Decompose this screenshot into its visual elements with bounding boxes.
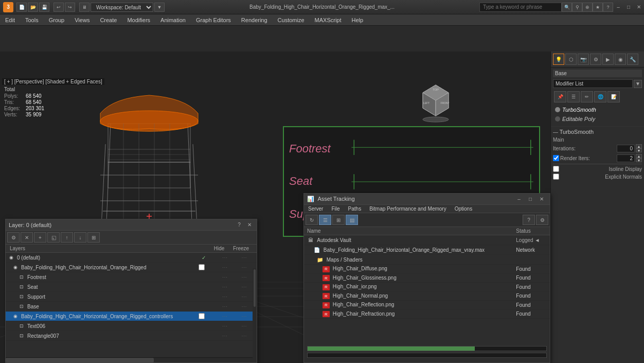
- asset-row-main-file[interactable]: 📄 Baby_Folding_High_Chair_Horizontal_Ora…: [304, 245, 550, 255]
- show-basic-btn[interactable]: ☰: [567, 91, 580, 102]
- pin-modifier-btn[interactable]: 📌: [554, 91, 566, 102]
- configure-btn[interactable]: ✏: [581, 91, 593, 102]
- layer-row-seat[interactable]: ⊡ Seat ··· ···: [6, 282, 257, 292]
- layers-move-up-btn[interactable]: ↑: [61, 232, 73, 243]
- modifier-item-editablepoly[interactable]: Editable Poly: [553, 115, 642, 123]
- layers-close-btn[interactable]: ✕: [245, 221, 254, 229]
- asset-tb-help-btn[interactable]: ?: [523, 215, 535, 225]
- asset-menu-paths[interactable]: Paths: [344, 205, 366, 213]
- script-btn[interactable]: 📝: [607, 91, 620, 102]
- menu-modifiers[interactable]: Modifiers: [122, 14, 155, 26]
- workspace-selector[interactable]: Workspace: Default: [91, 3, 153, 12]
- iterations-down[interactable]: ▼: [636, 148, 642, 152]
- cursor-icon[interactable]: ⊕: [582, 3, 593, 12]
- layer-row-rect007[interactable]: ⊡ Rectangle007 ··· ···: [6, 331, 257, 341]
- asset-tb-settings-btn[interactable]: ⚙: [536, 215, 548, 225]
- asset-row-refraction[interactable]: R High_Chair_Refraction.png Found: [304, 309, 550, 319]
- menu-create[interactable]: Create: [95, 14, 122, 26]
- layers-vscrollbar[interactable]: [253, 268, 257, 362]
- minimize-button[interactable]: –: [613, 2, 623, 12]
- search2-icon[interactable]: ⚲: [572, 3, 582, 12]
- close-button[interactable]: ✕: [634, 2, 644, 12]
- search-icon[interactable]: 🔍: [562, 3, 572, 12]
- menu-group[interactable]: Group: [44, 14, 70, 26]
- asset-row-glossiness[interactable]: R High_Chair_Glossiness.png Found: [304, 273, 550, 283]
- asset-row-maps[interactable]: 📁 Maps / Shaders: [304, 255, 550, 265]
- menu-animation[interactable]: Animation: [155, 14, 191, 26]
- ts-render-iters-checkbox[interactable]: [553, 155, 559, 161]
- light-icon[interactable]: 💡: [553, 54, 564, 65]
- asset-menu-options[interactable]: Options: [451, 205, 476, 213]
- ts-explicit-checkbox[interactable]: [553, 174, 559, 180]
- asset-menu-server[interactable]: Server: [304, 205, 327, 213]
- ts-render-iters-input[interactable]: [617, 154, 635, 162]
- layers-hscroll-thumb[interactable]: [6, 358, 154, 362]
- asset-close-btn[interactable]: ✕: [536, 194, 547, 204]
- layers-hscrollbar[interactable]: [6, 357, 253, 362]
- layer-row-default[interactable]: ◉ 0 (default) ✓ ··· ···: [6, 253, 257, 263]
- asset-row-normal[interactable]: R High_Chair_Normal.png Found: [304, 291, 550, 301]
- layers-select-btn[interactable]: ◱: [47, 232, 60, 243]
- menu-views[interactable]: Views: [69, 14, 95, 26]
- layers-help-btn[interactable]: ?: [235, 221, 243, 229]
- asset-tb-table-btn[interactable]: ▤: [346, 215, 358, 225]
- redo-icon[interactable]: ↪: [65, 3, 75, 12]
- asset-row-vault[interactable]: 🏛 Autodesk Vault Logged ◄: [304, 235, 550, 245]
- layers-vscroll-thumb[interactable]: [254, 269, 256, 307]
- search-input[interactable]: [479, 3, 562, 12]
- restore-button[interactable]: □: [623, 2, 634, 12]
- workspace-expand-icon[interactable]: ▼: [154, 3, 165, 12]
- layers-delete-btn[interactable]: ✕: [21, 232, 33, 243]
- layers-move-down-btn[interactable]: ↓: [74, 232, 86, 243]
- view-icon[interactable]: 🖥: [79, 3, 90, 12]
- asset-tb-refresh-btn[interactable]: ↻: [306, 215, 318, 225]
- layer-row-controllers[interactable]: ◉ Baby_Folding_High_Chair_Horizontal_Ora…: [6, 312, 257, 321]
- menu-edit[interactable]: Edit: [0, 14, 20, 26]
- asset-tb-list-btn[interactable]: ☰: [319, 215, 331, 225]
- object-icon[interactable]: ⬡: [565, 54, 577, 65]
- layer-vis-baby[interactable]: [199, 264, 205, 270]
- menu-customize[interactable]: Customize: [273, 14, 310, 26]
- asset-row-ior[interactable]: R High_Chair_ior.png Found: [304, 283, 550, 292]
- world-btn[interactable]: 🌐: [594, 91, 606, 102]
- motion-icon[interactable]: ▶: [602, 54, 614, 65]
- save-file-icon[interactable]: 💾: [39, 3, 49, 12]
- layer-row-footrest[interactable]: ⊡ Footrest ··· ···: [6, 272, 257, 282]
- asset-menu-file[interactable]: File: [327, 205, 344, 213]
- layers-add-btn[interactable]: +: [34, 232, 46, 243]
- layer-row-text006[interactable]: ⊡ Text006 ··· ···: [6, 321, 257, 331]
- menu-graph-editors[interactable]: Graph Editors: [191, 14, 236, 26]
- layers-settings-btn[interactable]: ⚙: [7, 232, 20, 243]
- new-file-icon[interactable]: 📄: [16, 3, 27, 12]
- render-iters-up[interactable]: ▲: [636, 154, 642, 158]
- asset-row-diffuse[interactable]: R High_Chair_Diffuse.png Found: [304, 265, 550, 274]
- navigation-cube[interactable]: TOP LEFT FRONT: [418, 82, 454, 118]
- hierarchy-icon[interactable]: ⚙: [590, 54, 601, 65]
- modifier-list-expand[interactable]: ▼: [634, 80, 642, 88]
- ts-iterations-input[interactable]: [617, 145, 635, 152]
- open-file-icon[interactable]: 📂: [28, 3, 38, 12]
- iterations-up[interactable]: ▲: [636, 144, 642, 148]
- render-iters-down[interactable]: ▼: [636, 158, 642, 162]
- display-icon[interactable]: ◉: [615, 54, 626, 65]
- layer-row-base[interactable]: ⊡ Base ··· ···: [6, 302, 257, 312]
- asset-row-reflection[interactable]: R High_Chair_Reflection.png Found: [304, 301, 550, 310]
- asset-restore-btn[interactable]: □: [525, 194, 535, 204]
- layer-row-support[interactable]: ⊡ Support ··· ···: [6, 292, 257, 302]
- asset-minimize-btn[interactable]: –: [514, 194, 524, 204]
- asset-menu-bitmap[interactable]: Bitmap Performance and Memory: [365, 205, 451, 213]
- menu-tools[interactable]: Tools: [20, 14, 44, 26]
- utility-icon[interactable]: 🔧: [627, 54, 638, 65]
- undo-icon[interactable]: ↩: [53, 3, 64, 12]
- asset-tb-grid-btn[interactable]: ⊞: [332, 215, 345, 225]
- camera-icon[interactable]: 📷: [578, 54, 589, 65]
- help-icon[interactable]: ?: [603, 3, 613, 12]
- menu-help[interactable]: Help: [347, 14, 369, 26]
- modifier-item-turbosmooth[interactable]: TurboSmooth: [553, 106, 642, 114]
- menu-maxscript[interactable]: MAXScript: [310, 14, 347, 26]
- menu-rendering[interactable]: Rendering: [236, 14, 273, 26]
- layer-vis-controllers[interactable]: [199, 313, 205, 319]
- bookmark-icon[interactable]: ★: [593, 3, 603, 12]
- layers-extra-btn[interactable]: ⊞: [87, 232, 100, 243]
- ts-isoline-checkbox[interactable]: [553, 166, 559, 172]
